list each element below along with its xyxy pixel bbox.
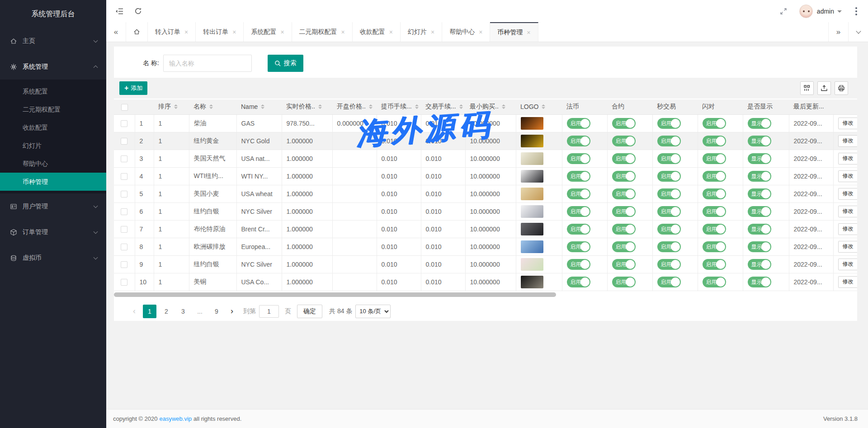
- pager-next-icon[interactable]: ›: [226, 306, 237, 316]
- tab-item[interactable]: 帮助中心×: [442, 22, 490, 42]
- fiat-toggle[interactable]: 启用: [567, 259, 590, 270]
- tab-item[interactable]: 收款配置×: [353, 22, 401, 42]
- tab-item[interactable]: 币种管理×: [490, 22, 538, 42]
- tab-home[interactable]: [126, 22, 148, 42]
- flash-toggle[interactable]: 启用: [703, 259, 726, 270]
- column-header[interactable]: 最小购买..: [465, 99, 516, 114]
- tab-item[interactable]: 系统配置×: [244, 22, 292, 42]
- contract-toggle[interactable]: 启用: [612, 188, 636, 199]
- second-trade-toggle[interactable]: 启用: [657, 118, 681, 129]
- second-trade-toggle[interactable]: 启用: [657, 241, 681, 252]
- column-header[interactable]: Name: [236, 99, 282, 114]
- tabs-scroll-left-icon[interactable]: «: [106, 22, 126, 42]
- sort-icon[interactable]: [415, 104, 419, 109]
- flash-toggle[interactable]: 启用: [703, 241, 726, 252]
- row-checkbox[interactable]: [121, 244, 127, 250]
- sidebar-item-orders[interactable]: 订单管理: [0, 219, 106, 245]
- visible-toggle[interactable]: 显示: [748, 259, 771, 270]
- close-icon[interactable]: ×: [184, 28, 188, 36]
- pager-page[interactable]: 2: [160, 305, 173, 318]
- second-trade-toggle[interactable]: 启用: [657, 136, 681, 146]
- scrollbar-thumb[interactable]: [114, 292, 556, 297]
- edit-button[interactable]: 修改: [838, 223, 858, 235]
- column-header[interactable]: 交易手续...: [421, 99, 465, 114]
- contract-toggle[interactable]: 启用: [612, 277, 636, 287]
- edit-button[interactable]: 修改: [838, 206, 858, 217]
- edit-button[interactable]: 修改: [838, 135, 858, 147]
- contract-toggle[interactable]: 启用: [612, 136, 636, 146]
- fiat-toggle[interactable]: 启用: [567, 171, 590, 182]
- confirm-button[interactable]: 确定: [297, 305, 322, 318]
- fiat-toggle[interactable]: 启用: [567, 206, 590, 217]
- flash-toggle[interactable]: 启用: [703, 206, 726, 217]
- sort-icon[interactable]: [502, 104, 505, 109]
- close-icon[interactable]: ×: [431, 28, 434, 36]
- sidebar-subitem[interactable]: 系统配置: [0, 82, 106, 100]
- sort-icon[interactable]: [318, 104, 322, 109]
- row-checkbox[interactable]: [121, 173, 127, 180]
- sidebar-item-gear[interactable]: 系统管理: [0, 54, 106, 80]
- pager-page[interactable]: 1: [143, 305, 156, 318]
- sidebar-item-coin[interactable]: 虚拟币: [0, 245, 106, 271]
- print-icon[interactable]: [835, 81, 848, 95]
- contract-toggle[interactable]: 启用: [612, 206, 636, 217]
- page-input[interactable]: [259, 305, 279, 318]
- menu-fold-icon[interactable]: [115, 8, 123, 15]
- search-button[interactable]: 搜索: [268, 55, 303, 72]
- visible-toggle[interactable]: 显示: [748, 241, 771, 252]
- add-button[interactable]: + 添加: [119, 81, 147, 95]
- visible-toggle[interactable]: 显示: [748, 136, 771, 146]
- flash-toggle[interactable]: 启用: [703, 153, 726, 164]
- visible-toggle[interactable]: 显示: [748, 277, 771, 287]
- row-checkbox[interactable]: [121, 208, 127, 215]
- second-trade-toggle[interactable]: 启用: [657, 188, 681, 199]
- sort-icon[interactable]: [174, 104, 178, 109]
- second-trade-toggle[interactable]: 启用: [657, 206, 681, 217]
- pager-prev-icon[interactable]: ‹: [129, 306, 140, 316]
- fiat-toggle[interactable]: 启用: [567, 224, 590, 235]
- search-input[interactable]: [163, 55, 252, 72]
- contract-toggle[interactable]: 启用: [612, 171, 636, 182]
- fiat-toggle[interactable]: 启用: [567, 188, 590, 199]
- close-icon[interactable]: ×: [232, 28, 236, 36]
- sidebar-item-home[interactable]: 主页: [0, 28, 106, 54]
- sort-icon[interactable]: [459, 104, 463, 109]
- visible-toggle[interactable]: 显示: [748, 224, 771, 235]
- contract-toggle[interactable]: 启用: [612, 259, 636, 270]
- row-checkbox[interactable]: [121, 279, 127, 286]
- close-icon[interactable]: ×: [341, 28, 345, 36]
- more-menu-icon[interactable]: [854, 5, 859, 17]
- second-trade-toggle[interactable]: 启用: [657, 277, 681, 287]
- edit-button[interactable]: 修改: [838, 118, 858, 129]
- flash-toggle[interactable]: 启用: [703, 224, 726, 235]
- per-page-select[interactable]: 10 条/页: [355, 305, 391, 318]
- close-icon[interactable]: ×: [389, 28, 393, 36]
- fiat-toggle[interactable]: 启用: [567, 153, 590, 164]
- close-icon[interactable]: ×: [479, 28, 482, 36]
- column-header[interactable]: 排序: [154, 99, 189, 114]
- edit-button[interactable]: 修改: [838, 259, 858, 270]
- close-icon[interactable]: ×: [280, 28, 284, 36]
- sidebar-subitem[interactable]: 帮助中心: [0, 155, 106, 173]
- tab-item[interactable]: 幻灯片×: [401, 22, 442, 42]
- visible-toggle[interactable]: 显示: [748, 153, 771, 164]
- footer-link[interactable]: easyweb.vip: [159, 415, 192, 422]
- fiat-toggle[interactable]: 启用: [567, 118, 590, 129]
- edit-button[interactable]: 修改: [838, 153, 858, 165]
- columns-icon[interactable]: [800, 81, 814, 95]
- sort-icon[interactable]: [369, 104, 373, 109]
- fiat-toggle[interactable]: 启用: [567, 241, 590, 252]
- close-icon[interactable]: ×: [527, 29, 530, 36]
- sort-icon[interactable]: [542, 104, 545, 109]
- row-checkbox[interactable]: [121, 138, 127, 145]
- pager-page[interactable]: 9: [210, 305, 223, 318]
- row-checkbox[interactable]: [121, 226, 127, 233]
- column-header[interactable]: LOGO: [516, 99, 562, 114]
- sort-icon[interactable]: [209, 104, 213, 109]
- flash-toggle[interactable]: 启用: [703, 118, 726, 129]
- flash-toggle[interactable]: 启用: [703, 136, 726, 146]
- export-icon[interactable]: [817, 81, 831, 95]
- row-checkbox[interactable]: [121, 120, 127, 127]
- sidebar-item-users[interactable]: 用户管理: [0, 193, 106, 219]
- column-header[interactable]: 实时价格..: [282, 99, 332, 114]
